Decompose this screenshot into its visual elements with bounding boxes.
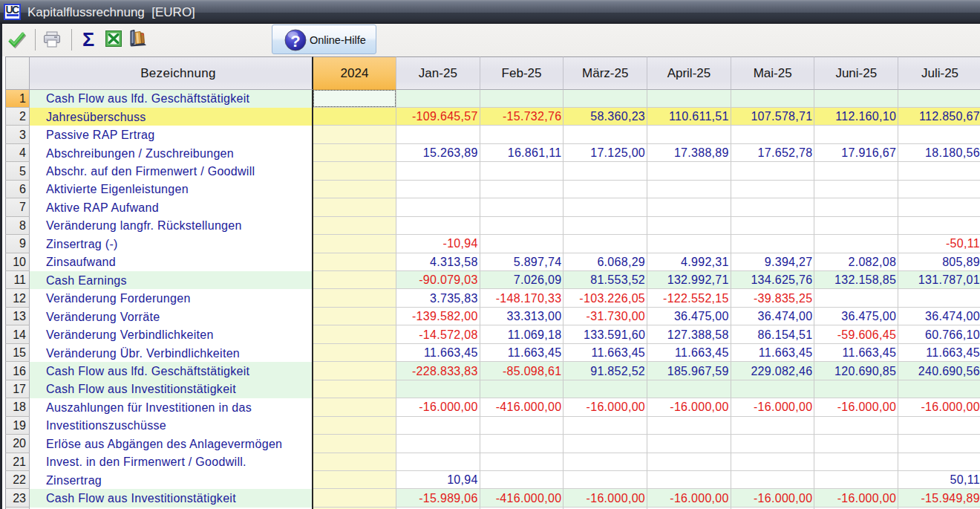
svg-text:?: ? [290,32,300,51]
